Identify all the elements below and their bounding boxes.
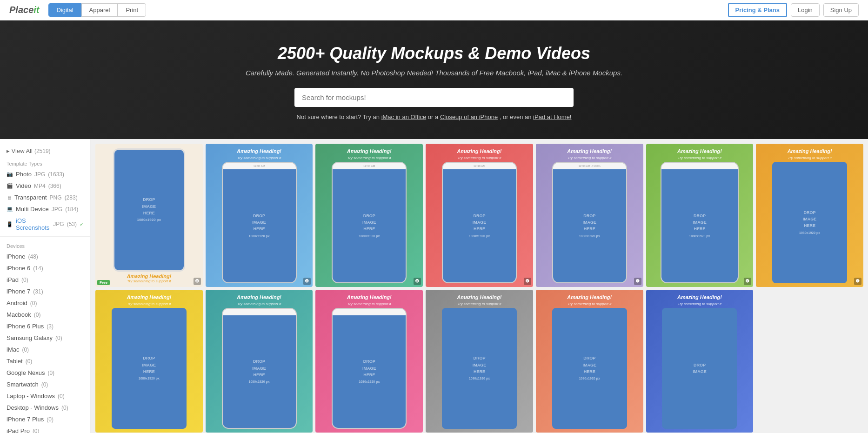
sidebar-item-iphone7[interactable]: iPhone 7 (31) xyxy=(0,286,90,297)
hero-links: Not sure where to start? Try an iMac in … xyxy=(9,113,859,120)
mockup-card-8[interactable]: Amazing Heading! Try something to suppor… xyxy=(95,290,203,433)
iphone7-label: iPhone 7 xyxy=(7,288,30,295)
hero-link-imac[interactable]: iMac in an Office xyxy=(381,113,427,120)
nav-tab-digital[interactable]: Digital xyxy=(48,3,81,17)
card9-sub: Try something to support it xyxy=(237,302,281,306)
mockup-grid: DROPIMAGEHERE1080x1920 px Amazing Headin… xyxy=(95,144,863,433)
nexus-count: (0) xyxy=(47,370,54,376)
sidebar-item-iphone7plus[interactable]: iPhone 7 Plus (0) xyxy=(0,413,90,425)
mockup-card-9[interactable]: Amazing Heading! Try something to suppor… xyxy=(206,290,313,433)
ipadpro-label: iPad Pro xyxy=(7,427,30,433)
mockup-grid-container: DROPIMAGEHERE1080x1920 px Amazing Headin… xyxy=(91,139,868,433)
sidebar-video-type: MP4 xyxy=(34,183,46,189)
iphone6plus-count: (3) xyxy=(47,323,53,330)
sidebar-item-laptop-windows[interactable]: Laptop - Windows (0) xyxy=(0,390,90,402)
hero-or2: , or even an xyxy=(500,113,532,120)
card11-sub: Try something to support it xyxy=(457,302,501,306)
card7-heading: Amazing Heading! xyxy=(788,148,832,154)
iphone-count: (48) xyxy=(28,253,38,260)
ipad-count: (0) xyxy=(21,277,28,283)
card12-sub: Try something to support it xyxy=(568,302,611,306)
app-badge-5: 🅐 xyxy=(634,278,641,285)
main-layout: ▸ View All (2519) Template Types 📷 Photo… xyxy=(0,139,868,433)
sidebar-item-multidevice[interactable]: 💻 Multi Device JPG (184) xyxy=(0,203,90,215)
sidebar-ios-check: ✓ xyxy=(80,221,84,227)
iphone6-count: (14) xyxy=(33,265,43,272)
nav-tab-apparel[interactable]: Apparel xyxy=(81,3,118,17)
sidebar-multidevice-type: JPG xyxy=(52,206,62,213)
app-badge-3: 🅐 xyxy=(414,278,421,285)
sidebar-item-desktop-windows[interactable]: Desktop - Windows (0) xyxy=(0,402,90,413)
mockup-card-13[interactable]: Amazing Heading! Try something to suppor… xyxy=(646,290,754,433)
mockup-card-12[interactable]: Amazing Heading! Try something to suppor… xyxy=(536,290,643,433)
sidebar-item-ipad[interactable]: iPad (0) xyxy=(0,274,90,286)
card5-heading: Amazing Heading! xyxy=(567,148,612,154)
sidebar-item-nexus[interactable]: Google Nexus (0) xyxy=(0,367,90,379)
mockup-card-6[interactable]: Amazing Heading! Try something to suppor… xyxy=(646,144,754,287)
iphone6-label: iPhone 6 xyxy=(7,265,30,272)
sidebar-item-photo[interactable]: 📷 Photo JPG (1633) xyxy=(0,168,90,180)
mockup-card-10[interactable]: Amazing Heading! Try something to suppor… xyxy=(315,290,423,433)
card10-heading: Amazing Heading! xyxy=(347,294,392,300)
hero-link-iphone[interactable]: Closeup of an iPhone xyxy=(440,113,498,120)
hero-or1: or a xyxy=(428,113,438,120)
iphone7-count: (31) xyxy=(33,288,43,295)
card8-sub: Try something to support it xyxy=(127,302,171,306)
sidebar-divider xyxy=(0,236,90,237)
sidebar-video-count: (366) xyxy=(48,183,61,189)
sidebar-item-samsung[interactable]: Samsung Galaxy (0) xyxy=(0,332,90,344)
pricing-button[interactable]: Pricing & Plans xyxy=(728,3,787,17)
sidebar-item-iphone6plus[interactable]: iPhone 6 Plus (3) xyxy=(0,320,90,332)
sidebar-item-smartwatch[interactable]: Smartwatch (0) xyxy=(0,379,90,390)
mockup-card-5[interactable]: Amazing Heading! Try something to suppor… xyxy=(536,144,643,287)
app-badge-1: 🅐 xyxy=(194,278,201,285)
card5-sub: Try something to support it xyxy=(568,156,611,160)
sidebar-view-all-count: (2519) xyxy=(34,148,51,154)
signup-button[interactable]: Sign Up xyxy=(823,3,859,17)
sidebar-view-all[interactable]: ▸ View All (2519) xyxy=(0,145,90,157)
card1-sub: Try something to support it xyxy=(127,279,171,283)
iphone6plus-label: iPhone 6 Plus xyxy=(7,323,44,330)
sidebar-item-ios[interactable]: 📱 iOS Screenshots JPG (53) ✓ xyxy=(0,215,90,233)
header: Placeit Digital Apparel Print Pricing & … xyxy=(0,0,868,20)
sidebar-item-tablet[interactable]: Tablet (0) xyxy=(0,355,90,367)
mockup-card-4[interactable]: Amazing Heading! Try something to suppor… xyxy=(426,144,533,287)
sidebar-item-android[interactable]: Android (0) xyxy=(0,297,90,309)
sidebar-item-imac[interactable]: iMac (0) xyxy=(0,344,90,355)
tablet-label: Tablet xyxy=(7,358,23,365)
login-button[interactable]: Login xyxy=(791,3,820,17)
card3-sub: Try something to support it xyxy=(347,156,391,160)
desktop-windows-label: Desktop - Windows xyxy=(7,404,59,411)
mockup-card-7[interactable]: Amazing Heading! Try something to suppor… xyxy=(756,144,863,287)
card2-sub: Try something to support it xyxy=(237,156,281,160)
card1-heading: Amazing Heading! xyxy=(127,273,171,279)
sidebar-item-transparent[interactable]: 🖥 Transparent PNG (283) xyxy=(0,192,90,203)
android-label: Android xyxy=(7,300,27,306)
sidebar-item-video[interactable]: 🎬 Video MP4 (366) xyxy=(0,180,90,192)
header-right: Pricing & Plans Login Sign Up xyxy=(728,3,859,17)
card6-sub: Try something to support it xyxy=(678,156,721,160)
video-icon: 🎬 xyxy=(7,183,13,189)
mockup-card-1[interactable]: DROPIMAGEHERE1080x1920 px Amazing Headin… xyxy=(95,144,203,287)
laptop-windows-label: Laptop - Windows xyxy=(7,393,55,400)
card4-heading: Amazing Heading! xyxy=(457,148,502,154)
sidebar-item-macbook[interactable]: Macbook (0) xyxy=(0,309,90,320)
mockup-card-2[interactable]: Amazing Heading! Try something to suppor… xyxy=(206,144,313,287)
card9-heading: Amazing Heading! xyxy=(237,294,281,300)
card12-heading: Amazing Heading! xyxy=(567,294,612,300)
hero-section: 2500+ Quality Mockups & Demo Videos Care… xyxy=(0,20,868,139)
nav-tab-print[interactable]: Print xyxy=(118,3,146,17)
sidebar-item-iphone6[interactable]: iPhone 6 (14) xyxy=(0,262,90,274)
mockup-card-3[interactable]: Amazing Heading! Try something to suppor… xyxy=(315,144,423,287)
camera-icon: 📷 xyxy=(7,171,13,177)
desktop-windows-count: (0) xyxy=(61,405,68,411)
sidebar-item-iphone[interactable]: iPhone (48) xyxy=(0,251,90,262)
samsung-label: Samsung Galaxy xyxy=(7,334,53,341)
search-input[interactable] xyxy=(294,88,574,107)
card8-heading: Amazing Heading! xyxy=(127,294,171,300)
hero-link-ipad[interactable]: iPad at Home! xyxy=(533,113,571,120)
sidebar-item-ipadpro[interactable]: iPad Pro (0) xyxy=(0,425,90,433)
macbook-label: Macbook xyxy=(7,311,31,318)
mockup-card-11[interactable]: Amazing Heading! Try something to suppor… xyxy=(426,290,533,433)
app-badge-4: 🅐 xyxy=(524,278,531,285)
